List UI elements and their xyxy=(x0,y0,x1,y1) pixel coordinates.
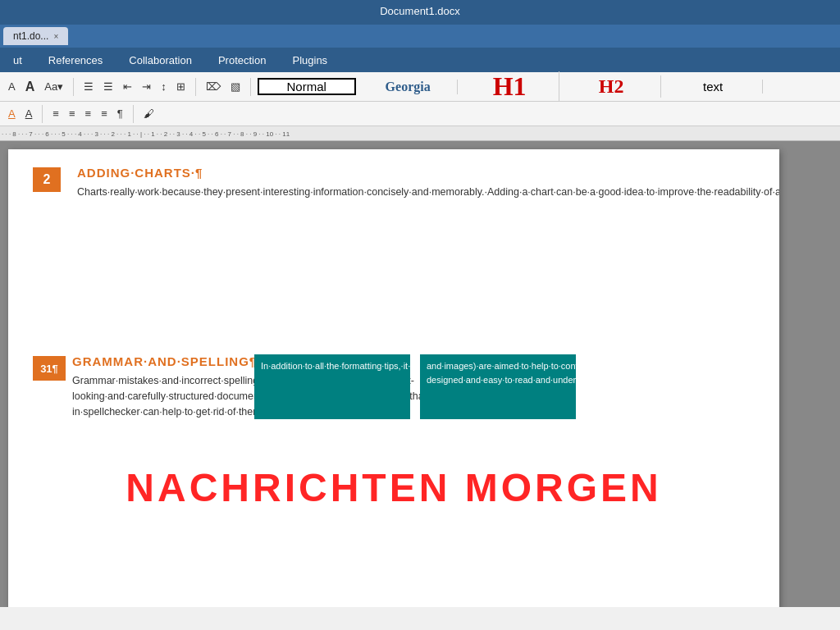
sep3 xyxy=(250,78,251,96)
font-size-increase-btn[interactable]: A xyxy=(22,78,39,96)
line-spacing-btn[interactable]: ↕ xyxy=(158,79,170,94)
menu-bar: ut References Collaboration Protection P… xyxy=(0,48,840,72)
align-justify-btn[interactable]: ≡ xyxy=(98,106,111,121)
style-georgia-label: Georgia xyxy=(386,80,431,94)
indent-increase-btn[interactable]: ⇥ xyxy=(139,79,154,94)
toolbar-row1: A A Aa▾ ☰ ☰ ⇤ ⇥ ↕ ⊞ ⌦ ▧ Normal Georgia H… xyxy=(0,72,840,102)
align-left-btn[interactable]: ≡ xyxy=(49,106,62,121)
copy-format-btn[interactable]: 🖌 xyxy=(140,106,158,121)
style-h2[interactable]: H2 xyxy=(563,75,661,98)
style-georgia[interactable]: Georgia xyxy=(359,80,458,94)
section-2-text: Charts·really·work·because·they·present·… xyxy=(77,185,779,200)
font-size-decrease-btn[interactable]: A xyxy=(5,79,19,94)
menu-item-references[interactable]: References xyxy=(43,51,107,70)
title-bar: Document1.docx xyxy=(0,0,840,25)
section-3-heading: GRAMMAR·AND·SPELLING¶ xyxy=(72,354,244,368)
section-2-heading: ADDING·CHARTS·¶ xyxy=(77,166,779,180)
highlighted-col-2: and·images)·are·aimed·to·help·to·convey·… xyxy=(420,354,576,419)
menu-item-layout[interactable]: ut xyxy=(8,51,27,70)
indent-decrease-btn[interactable]: ⇤ xyxy=(120,79,135,94)
list-bullet-btn[interactable]: ☰ xyxy=(80,79,97,94)
align-right-btn[interactable]: ≡ xyxy=(82,106,95,121)
style-h1-label: H1 xyxy=(493,71,527,102)
section-3-left: 31¶ GRAMMAR·AND·SPELLING¶ Grammar·mistak… xyxy=(33,354,244,419)
section-3-wrapper: 31¶ GRAMMAR·AND·SPELLING¶ Grammar·mistak… xyxy=(33,354,755,419)
list-number-btn[interactable]: ☰ xyxy=(100,79,116,94)
section-2: 2 ADDING·CHARTS·¶ Charts·really·work·bec… xyxy=(33,166,755,338)
highlight-btn[interactable]: A xyxy=(5,106,19,121)
font-color-btn[interactable]: A xyxy=(22,106,36,121)
clear-format-btn[interactable]: ⌦ xyxy=(203,79,224,94)
document-area: 2 ADDING·CHARTS·¶ Charts·really·work·bec… xyxy=(0,141,840,607)
sep5 xyxy=(133,105,134,123)
style-text-label: text xyxy=(703,80,723,94)
document-page: 2 ADDING·CHARTS·¶ Charts·really·work·bec… xyxy=(8,149,779,607)
document-tab[interactable]: nt1.do... × xyxy=(3,27,68,45)
section-2-content: ADDING·CHARTS·¶ Charts·really·work·becau… xyxy=(77,166,779,338)
style-normal[interactable]: Normal xyxy=(258,78,356,95)
tab-label: nt1.do... xyxy=(13,30,48,42)
highlighted-col-1: In·addition·to·all·the·formatting·tips,·… xyxy=(254,354,410,419)
shading-btn[interactable]: ▧ xyxy=(227,79,244,94)
style-h1[interactable]: H1 xyxy=(461,71,559,102)
section-3-text: Grammar·mistakes·and·incorrect·spelling·… xyxy=(72,373,244,419)
section-2-number: 2 xyxy=(33,167,61,192)
sep2 xyxy=(195,78,196,96)
sep1 xyxy=(73,78,74,96)
style-normal-label: Normal xyxy=(286,80,326,94)
menu-item-protection[interactable]: Protection xyxy=(213,51,272,70)
tab-close-icon[interactable]: × xyxy=(53,32,58,41)
align-center-btn[interactable]: ≡ xyxy=(66,106,79,121)
style-text[interactable]: text xyxy=(664,80,763,94)
menu-item-collaboration[interactable]: Collaboration xyxy=(124,51,197,70)
tab-bar: nt1.do... × xyxy=(0,25,840,48)
ruler: · · · 8 · · · 7 · · · 6 · · · 5 · · · 4 … xyxy=(0,126,840,141)
watermark: NACHRICHTEN MORGEN xyxy=(8,465,779,510)
sep4 xyxy=(42,105,43,123)
columns-btn[interactable]: ⊞ xyxy=(173,79,189,94)
toolbar-row2: A A ≡ ≡ ≡ ≡ ¶ 🖌 xyxy=(0,102,840,126)
menu-item-plugins[interactable]: Plugins xyxy=(287,51,332,70)
pilcrow-btn[interactable]: ¶ xyxy=(114,106,126,121)
section-3-content: GRAMMAR·AND·SPELLING¶ Grammar·mistakes·a… xyxy=(72,354,244,419)
style-h2-label: H2 xyxy=(599,75,624,98)
font-case-btn[interactable]: Aa▾ xyxy=(41,79,66,94)
section-3-number: 31¶ xyxy=(33,356,66,381)
document-title: Document1.docx xyxy=(380,5,460,17)
